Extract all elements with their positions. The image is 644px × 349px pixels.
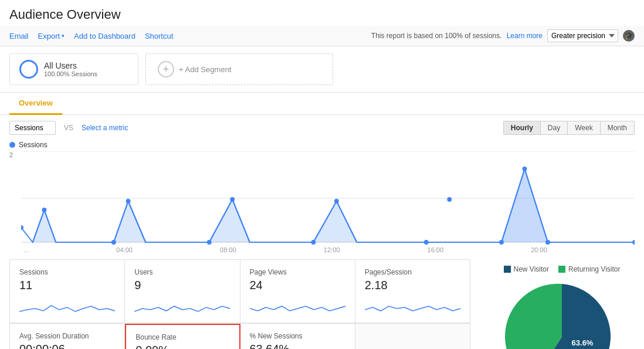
learn-more-link[interactable]: Learn more: [507, 32, 543, 40]
metric-cell-duration: Avg. Session Duration 00:00:06: [10, 324, 125, 349]
svg-point-12: [207, 240, 212, 245]
add-segment-button[interactable]: + + Add Segment: [145, 53, 333, 85]
time-buttons: Hourly Day Week Month: [503, 121, 635, 135]
main-chart-svg: [21, 151, 635, 245]
metric-cell-pageviews: Page Views 24: [240, 260, 355, 323]
hourly-button[interactable]: Hourly: [504, 121, 541, 134]
svg-point-15: [334, 199, 339, 204]
x-label-4: 16:00: [428, 246, 444, 253]
help-icon[interactable]: 🎓: [623, 30, 635, 42]
segment-sub: 100.00% Sessions: [44, 70, 97, 77]
x-axis: ... 04:00 08:00 12:00 16:00 20:00: [12, 245, 635, 253]
svg-point-21: [632, 240, 635, 245]
x-label-5: 20:00: [531, 246, 547, 253]
svg-point-18: [499, 240, 504, 245]
metric-label: Page Views: [250, 268, 345, 276]
legend-new-visitor-square: [504, 266, 511, 273]
svg-text:63.6%: 63.6%: [572, 338, 594, 347]
segment-icon: [19, 60, 38, 79]
metric-label: Pages/Session: [365, 268, 460, 276]
mini-chart-pageviews: [250, 297, 345, 314]
month-button[interactable]: Month: [601, 121, 634, 134]
metric-cell-pages-session: Pages/Session 2.18: [355, 260, 470, 323]
metric-label: Bounce Rate: [135, 333, 229, 341]
svg-point-14: [311, 240, 316, 245]
metric-value: 11: [19, 279, 115, 292]
svg-marker-4: [114, 201, 145, 242]
svg-point-10: [111, 240, 116, 245]
week-button[interactable]: Week: [568, 121, 600, 134]
svg-marker-3: [33, 210, 56, 242]
mini-chart-pages-session: [365, 297, 460, 314]
legend-returning-visitor-square: [558, 266, 565, 273]
svg-point-9: [42, 208, 47, 212]
metric-selector: Sessions VS Select a metric: [9, 121, 128, 135]
metrics-grid-top: Sessions 11 Users 9 Page Views: [9, 259, 470, 323]
metric-cell-new-sessions: % New Sessions 63.64%: [240, 324, 355, 349]
metric-value: 9: [134, 279, 230, 292]
x-label-3: 12:00: [324, 246, 340, 253]
export-dropdown-arrow: ▾: [62, 33, 65, 39]
shortcut-button[interactable]: Shortcut: [145, 32, 173, 40]
mini-chart-users: [134, 297, 230, 314]
add-segment-circle-icon: +: [158, 61, 174, 77]
legend-new-visitor: New Visitor: [504, 265, 549, 273]
select-metric-link[interactable]: Select a metric: [82, 124, 128, 132]
svg-point-20: [545, 240, 550, 245]
add-segment-label: + Add Segment: [179, 65, 231, 74]
svg-point-16: [424, 240, 429, 245]
chart-controls: Sessions VS Select a metric Hourly Day W…: [0, 115, 644, 141]
day-button[interactable]: Day: [541, 121, 568, 134]
metric-cell-users: Users 9: [125, 260, 240, 323]
email-button[interactable]: Email: [9, 32, 29, 40]
chart-legend: Sessions: [9, 141, 635, 149]
x-label-2: 08:00: [220, 246, 236, 253]
svg-point-19: [523, 167, 527, 171]
metric-cell-sessions: Sessions 11: [10, 260, 125, 323]
export-button[interactable]: Export ▾: [38, 32, 65, 40]
metric-value: 2.18: [365, 279, 460, 292]
metric-label: % New Sessions: [250, 332, 345, 340]
legend-returning-visitor: Returning Visitor: [558, 265, 621, 273]
metric-label: Users: [134, 268, 230, 276]
pie-legend: New Visitor Returning Visitor: [504, 265, 621, 273]
x-label-0: ...: [23, 246, 29, 253]
svg-point-13: [230, 197, 235, 202]
pie-section: New Visitor Returning Visitor 63.6% 36.4…: [480, 259, 644, 349]
svg-point-17: [447, 197, 452, 202]
mini-chart-sessions: [19, 297, 115, 314]
legend-label: Sessions: [19, 141, 48, 149]
metric-label: Sessions: [19, 268, 115, 276]
report-info-text: This report is based on 100% of sessions…: [371, 32, 502, 40]
page-title: Audience Overview: [0, 0, 644, 26]
x-label-1: 04:00: [116, 246, 133, 253]
add-dashboard-button[interactable]: Add to Dashboard: [74, 32, 135, 40]
segment-name: All Users: [44, 61, 97, 70]
svg-point-11: [126, 199, 131, 204]
pie-chart-svg: 63.6% 36.4%: [503, 278, 621, 349]
vs-label: VS: [64, 124, 73, 132]
toolbar: Email Export ▾ Add to Dashboard Shortcut…: [0, 26, 644, 46]
svg-marker-6: [313, 201, 357, 242]
chart-area: Sessions 2: [0, 141, 644, 259]
pie-chart-container: 63.6% 36.4%: [503, 278, 621, 349]
svg-marker-7: [501, 169, 548, 242]
metric-value: 63.64%: [250, 343, 345, 349]
all-users-segment[interactable]: All Users 100.00% Sessions: [9, 53, 138, 85]
metrics-grid-bottom: Avg. Session Duration 00:00:06 Bounce Ra…: [9, 323, 470, 349]
precision-select[interactable]: Greater precision Default: [547, 29, 618, 42]
metric-cell-empty: [355, 324, 470, 349]
legend-dot: [9, 142, 15, 148]
metric-value: 00:00:06: [19, 343, 115, 349]
metric-label: Avg. Session Duration: [19, 332, 115, 340]
metric-cell-bounce[interactable]: Bounce Rate 0.00%: [125, 324, 240, 349]
toolbar-right: This report is based on 100% of sessions…: [371, 29, 635, 42]
segments-bar: All Users 100.00% Sessions + + Add Segme…: [0, 46, 644, 93]
metric-value: 24: [250, 279, 345, 292]
metric-dropdown[interactable]: Sessions: [9, 121, 56, 135]
tab-overview[interactable]: Overview: [9, 93, 62, 115]
tabs-bar: Overview: [0, 93, 644, 115]
metric-value: 0.00%: [135, 344, 229, 349]
chart-container: [9, 151, 635, 245]
